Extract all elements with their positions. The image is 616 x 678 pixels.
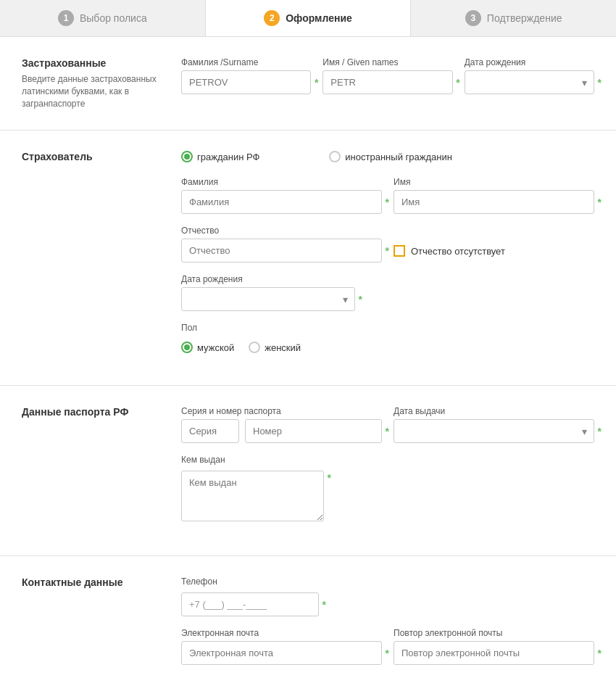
citizenship-row: гражданин РФ иностранный гражданин <box>181 151 594 162</box>
step-3-circle: 3 <box>465 10 481 26</box>
ph-patronymic-row: Отчество * Отчество отсутствует <box>181 226 594 262</box>
surname-label: Фамилия /Surname <box>181 57 311 67</box>
foreign-citizen-radio-btn <box>329 151 341 162</box>
step-1-circle: 1 <box>58 10 74 26</box>
step-2-circle: 2 <box>264 10 280 26</box>
insured-title: Застрахованные <box>22 57 167 69</box>
ph-patronymic-wrap: * <box>181 239 382 262</box>
passport-issuedby-wrap: * <box>181 471 324 524</box>
contacts-title: Контактные данные <box>22 576 167 588</box>
gender-male-radio[interactable]: мужской <box>181 342 234 353</box>
policyholder-label-block: Страхователь <box>22 151 167 365</box>
ph-name-required: * <box>598 197 602 208</box>
ph-dob-row: Дата рождения * <box>181 274 594 311</box>
ph-surname-input[interactable] <box>181 190 382 214</box>
email-repeat-input[interactable] <box>394 641 594 665</box>
passport-sn-wrap: * <box>181 419 382 443</box>
step-2-label: Оформление <box>286 12 352 24</box>
ph-name-label: Имя <box>394 177 594 187</box>
passport-series-input[interactable] <box>181 419 239 443</box>
surname-input[interactable] <box>181 70 311 94</box>
email-group: Электронная почта * <box>181 628 382 665</box>
email-row: Электронная почта * Повтор электронной п… <box>181 628 594 665</box>
given-names-required: * <box>456 77 459 88</box>
dob-required: * <box>598 77 602 88</box>
passport-main-row: Серия и номер паспорта * Дата выдачи <box>181 406 594 443</box>
ph-patronymic-group: Отчество * <box>181 226 382 262</box>
ph-patronymic-input[interactable] <box>181 239 382 262</box>
gender-male-radio-btn <box>181 342 193 353</box>
ph-patronymic-label: Отчество <box>181 226 382 236</box>
surname-required: * <box>315 77 318 88</box>
passport-label-block: Данные паспорта РФ <box>22 406 167 535</box>
email-required: * <box>386 648 389 659</box>
phone-row: Телефон * <box>181 576 594 616</box>
ph-dob-required: * <box>359 294 362 305</box>
policyholder-fields: гражданин РФ иностранный гражданин Фамил… <box>181 151 594 365</box>
passport-section: Данные паспорта РФ Серия и номер паспорт… <box>0 386 616 556</box>
contacts-section: Контактные данные Телефон * Электронная … <box>0 556 616 678</box>
passport-sn-required: * <box>386 426 389 437</box>
ph-name-input[interactable] <box>394 190 594 214</box>
given-names-label: Имя / Given names <box>322 57 452 67</box>
gender-male-label: мужской <box>197 342 234 353</box>
insured-label-block: Застрахованные Введите данные застрахова… <box>22 57 167 109</box>
passport-issuedby-required: * <box>328 472 331 484</box>
passport-issuedby-textarea[interactable] <box>181 471 324 521</box>
dob-select-wrap <box>465 70 594 94</box>
ph-dob-label: Дата рождения <box>181 274 355 284</box>
given-names-input-wrap: * <box>322 70 452 94</box>
passport-issuedby-row: Кем выдан * <box>181 455 594 524</box>
surname-group: Фамилия /Surname * <box>181 57 311 94</box>
policyholder-section: Страхователь гражданин РФ иностранный гр… <box>0 131 616 386</box>
ph-surname-wrap: * <box>181 190 382 214</box>
no-patronymic-group[interactable]: Отчество отсутствует <box>394 245 594 257</box>
passport-sn-row <box>181 419 382 443</box>
step-1-label: Выбор полиса <box>80 12 147 24</box>
ph-surname-label: Фамилия <box>181 177 382 187</box>
passport-date-group: Дата выдачи * <box>394 406 594 443</box>
ph-dob-wrap: * <box>181 287 355 311</box>
insured-fields: Фамилия /Surname * Имя / Given names * Д… <box>181 57 594 109</box>
ph-dob-select-wrap <box>181 287 355 311</box>
ph-name-row: Фамилия * Имя * <box>181 177 594 214</box>
gender-female-radio[interactable]: женский <box>249 342 301 353</box>
passport-number-input[interactable] <box>245 419 382 443</box>
citizen-rf-radio-btn <box>181 151 193 162</box>
step-2[interactable]: 2 Оформление <box>206 0 412 36</box>
passport-issuedby-label: Кем выдан <box>181 455 225 465</box>
dob-select[interactable] <box>465 70 594 94</box>
passport-title: Данные паспорта РФ <box>22 406 167 418</box>
gender-female-radio-btn <box>249 342 260 353</box>
phone-required: * <box>322 599 326 611</box>
surname-input-wrap: * <box>181 70 311 94</box>
given-names-input[interactable] <box>322 70 452 94</box>
ph-dob-select[interactable] <box>181 287 355 311</box>
phone-wrap: * <box>181 592 319 616</box>
citizen-rf-radio[interactable]: гражданин РФ <box>181 151 259 162</box>
contacts-fields: Телефон * Электронная почта * Повтор эле… <box>181 576 594 677</box>
main-content: Застрахованные Введите данные застрахова… <box>0 37 616 678</box>
insured-section: Застрахованные Введите данные застрахова… <box>0 37 616 131</box>
passport-date-wrap: * <box>394 419 594 443</box>
dob-input-wrap: * <box>465 70 594 94</box>
passport-date-select[interactable] <box>394 419 594 443</box>
no-patronymic-checkbox[interactable] <box>394 245 405 257</box>
email-repeat-group: Повтор электронной почты * <box>394 628 594 665</box>
email-input[interactable] <box>181 641 382 665</box>
insured-description: Введите данные застрахованных латинскими… <box>22 73 167 109</box>
step-3[interactable]: 3 Подтверждение <box>411 0 616 36</box>
passport-date-select-wrap <box>394 419 594 443</box>
policyholder-title: Страхователь <box>22 151 167 162</box>
dob-group: Дата рождения * <box>465 57 594 94</box>
email-repeat-label: Повтор электронной почты <box>394 628 594 638</box>
email-repeat-required: * <box>598 648 602 659</box>
contacts-label-block: Контактные данные <box>22 576 167 677</box>
step-1[interactable]: 1 Выбор полиса <box>0 0 206 36</box>
phone-input[interactable] <box>181 592 319 616</box>
ph-name-wrap: * <box>394 190 594 214</box>
passport-sn-label: Серия и номер паспорта <box>181 406 382 416</box>
passport-sn-group: Серия и номер паспорта * <box>181 406 382 443</box>
foreign-citizen-radio[interactable]: иностранный гражданин <box>329 151 452 162</box>
ph-dob-group: Дата рождения * <box>181 274 355 311</box>
